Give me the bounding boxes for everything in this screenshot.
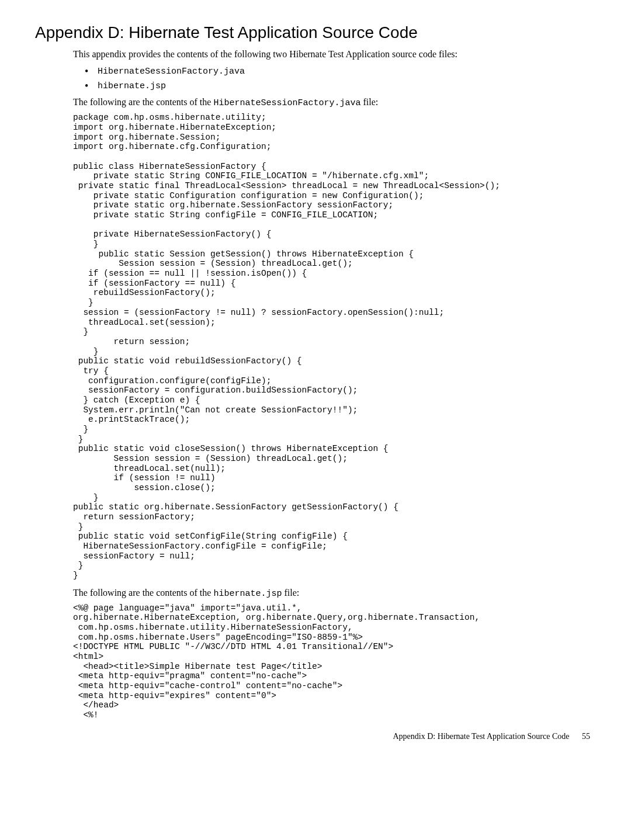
list-item: hibernate.jsp bbox=[85, 79, 596, 92]
footer-page-number: 55 bbox=[582, 732, 590, 741]
file-list: HibernateSessionFactory.java hibernate.j… bbox=[73, 64, 596, 92]
footer-label: Appendix D: Hibernate Test Application S… bbox=[393, 732, 569, 741]
lead1-prefix: The following are the contents of the bbox=[73, 97, 213, 107]
intro-paragraph: This appendix provides the contents of t… bbox=[73, 48, 596, 61]
lead2-filename: hibernate.jsp bbox=[213, 589, 282, 599]
lead-sentence-2: The following are the contents of the hi… bbox=[73, 586, 596, 600]
page-footer: Appendix D: Hibernate Test Application S… bbox=[35, 732, 590, 741]
page-title: Appendix D: Hibernate Test Application S… bbox=[35, 23, 596, 42]
lead-sentence-1: The following are the contents of the Hi… bbox=[73, 96, 596, 109]
lead2-prefix: The following are the contents of the bbox=[73, 588, 213, 598]
lead-section-2: The following are the contents of the hi… bbox=[73, 586, 596, 600]
lead2-suffix: file: bbox=[282, 588, 299, 598]
intro-section: This appendix provides the contents of t… bbox=[73, 48, 596, 109]
code-block-java: package com.hp.osms.hibernate.utility; i… bbox=[73, 113, 596, 580]
code-block-jsp: <%@ page language="java" import="java.ut… bbox=[73, 603, 596, 720]
filename: hibernate.jsp bbox=[98, 81, 166, 91]
lead1-filename: HibernateSessionFactory.java bbox=[213, 98, 360, 108]
filename: HibernateSessionFactory.java bbox=[98, 67, 245, 77]
lead1-suffix: file: bbox=[360, 97, 378, 107]
list-item: HibernateSessionFactory.java bbox=[85, 64, 596, 78]
